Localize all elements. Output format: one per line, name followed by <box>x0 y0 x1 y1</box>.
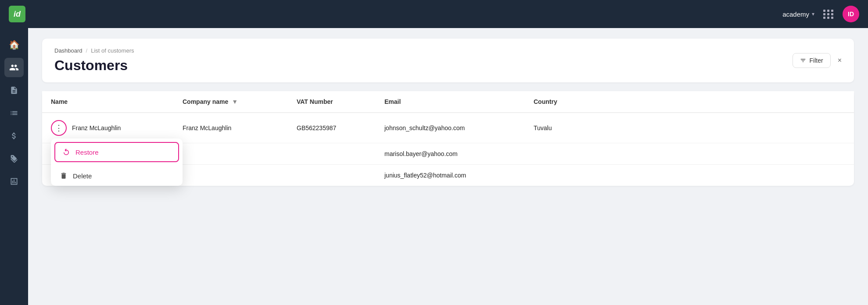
sidebar-item-customers[interactable] <box>4 58 24 77</box>
app-logo: id <box>9 6 25 22</box>
logo-area: id <box>9 6 25 22</box>
page-header-card: Dashboard / List of customers Customers … <box>42 39 854 82</box>
restore-icon <box>62 148 70 156</box>
orders-icon <box>10 109 18 117</box>
documents-icon <box>10 86 18 95</box>
cell-email-3: junius_flatley52@hotmail.com <box>376 165 525 186</box>
invoices-icon <box>10 131 18 140</box>
user-avatar[interactable]: ID <box>843 6 859 22</box>
cell-email-2: marisol.bayer@yahoo.com <box>376 143 525 165</box>
page-title: Customers <box>54 57 134 74</box>
cell-vat-2 <box>288 143 376 165</box>
delete-icon <box>60 172 68 180</box>
row-actions-dropdown: Restore Delete <box>51 138 183 186</box>
header-left: Dashboard / List of customers Customers <box>54 47 134 74</box>
vat-number-1: GB562235987 <box>297 124 336 131</box>
breadcrumb-home[interactable]: Dashboard <box>54 47 82 54</box>
top-navigation: id academy ▾ ID <box>0 0 868 28</box>
cell-country-1: Tuvalu <box>525 113 854 143</box>
sidebar-item-discounts[interactable] <box>4 149 24 168</box>
breadcrumb-current: List of customers <box>91 47 134 54</box>
filter-close-button[interactable]: × <box>838 57 842 64</box>
apps-grid-icon[interactable] <box>823 10 834 19</box>
cell-company-2 <box>174 143 288 165</box>
email-1: johnson_schultz@yahoo.com <box>384 124 465 131</box>
header-actions: Filter × <box>793 53 842 68</box>
sidebar-item-invoices[interactable] <box>4 126 24 145</box>
discounts-icon <box>10 154 18 163</box>
reports-icon <box>10 177 18 186</box>
email-2: marisol.bayer@yahoo.com <box>384 150 458 157</box>
col-header-vat: VAT Number <box>288 91 376 113</box>
country-1: Tuvalu <box>534 124 552 131</box>
breadcrumb: Dashboard / List of customers <box>54 47 134 54</box>
sidebar-item-documents[interactable] <box>4 81 24 100</box>
workspace-selector[interactable]: academy ▾ <box>782 11 814 18</box>
main-layout: 🏠 <box>0 28 868 305</box>
customers-table-card: Name Company name ▼ VAT Number Email <box>42 91 854 186</box>
cell-company-1: Franz McLaughlin <box>174 113 288 143</box>
col-header-company[interactable]: Company name ▼ <box>174 91 288 113</box>
col-header-country: Country <box>525 91 854 113</box>
sidebar-item-orders[interactable] <box>4 103 24 123</box>
cell-vat-1: GB562235987 <box>288 113 376 143</box>
sort-icon: ▼ <box>232 98 238 105</box>
sidebar-item-home[interactable]: 🏠 <box>4 35 24 54</box>
delete-menu-item[interactable]: Delete <box>51 166 183 186</box>
cell-email-1: johnson_schultz@yahoo.com <box>376 113 525 143</box>
filter-button[interactable]: Filter <box>793 53 831 68</box>
email-3: junius_flatley52@hotmail.com <box>384 172 466 179</box>
breadcrumb-separator: / <box>86 47 88 54</box>
cell-company-3 <box>174 165 288 186</box>
sidebar: 🏠 <box>0 28 28 305</box>
col-header-email: Email <box>376 91 525 113</box>
restore-menu-item[interactable]: Restore <box>54 142 179 162</box>
cell-vat-3 <box>288 165 376 186</box>
main-content: Dashboard / List of customers Customers … <box>28 28 868 305</box>
row-actions-button-1[interactable]: ⋮ <box>51 120 67 136</box>
workspace-label: academy <box>782 11 809 18</box>
company-name-1: Franz McLaughlin <box>183 124 231 131</box>
restore-label: Restore <box>75 149 99 156</box>
topnav-right: academy ▾ ID <box>782 6 859 22</box>
customers-icon <box>9 63 19 72</box>
name-cell-1: Franz McLaughlin <box>72 124 121 131</box>
cell-country-3 <box>525 165 854 186</box>
chevron-down-icon: ▾ <box>812 11 814 17</box>
filter-label: Filter <box>810 57 823 64</box>
cell-country-2 <box>525 143 854 165</box>
sidebar-item-reports[interactable] <box>4 172 24 191</box>
delete-label: Delete <box>73 172 92 180</box>
table-header: Name Company name ▼ VAT Number Email <box>42 91 854 113</box>
filter-icon <box>800 57 806 64</box>
col-header-name: Name <box>42 91 174 113</box>
